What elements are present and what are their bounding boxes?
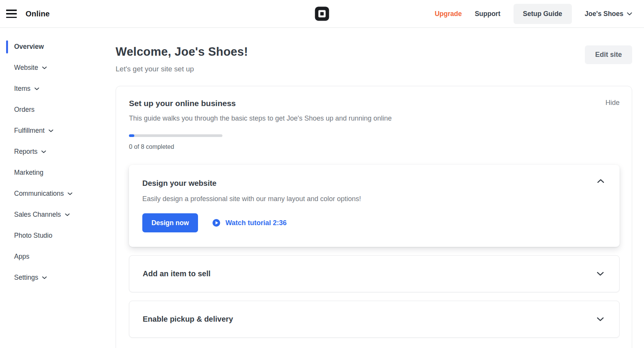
watch-tutorial-link[interactable]: Watch tutorial 2:36: [212, 219, 287, 227]
step-title: Design your website: [142, 179, 217, 188]
setup-card-title: Set up your online business: [129, 99, 236, 108]
sidebar-item-marketing[interactable]: Marketing: [0, 162, 107, 183]
setup-guide-card: Set up your online business Hide This gu…: [116, 86, 632, 348]
app-title: Online: [26, 10, 50, 18]
sidebar-item-label: Communications: [14, 190, 64, 198]
square-logo-core: [320, 12, 324, 16]
chevron-down-icon: [42, 276, 47, 279]
sidebar-item-label: Apps: [14, 253, 29, 261]
collapse-step-button[interactable]: [597, 179, 604, 183]
sidebar-item-items[interactable]: Items: [0, 78, 107, 99]
sidebar: Overview Website Items Orders Fulfillmen…: [0, 28, 107, 348]
sidebar-item-label: Sales Channels: [14, 211, 61, 219]
page-title: Welcome, Joe's Shoes!: [116, 45, 248, 59]
upgrade-link[interactable]: Upgrade: [435, 10, 462, 18]
chevron-down-icon: [68, 192, 72, 195]
sidebar-item-communications[interactable]: Communications: [0, 183, 107, 204]
chevron-down-icon: [597, 317, 604, 321]
chevron-down-icon: [42, 66, 47, 69]
top-bar: Online Upgrade Support Setup Guide Joe's…: [0, 0, 644, 28]
sidebar-item-settings[interactable]: Settings: [0, 267, 107, 288]
progress-label: 0 of 8 completed: [129, 143, 620, 150]
watch-tutorial-label: Watch tutorial 2:36: [225, 219, 287, 227]
step-title: Add an item to sell: [143, 269, 211, 278]
setup-guide-button[interactable]: Setup Guide: [514, 4, 572, 24]
sidebar-item-label: Orders: [14, 106, 34, 114]
sidebar-item-fulfillment[interactable]: Fulfillment: [0, 120, 107, 141]
hamburger-menu-icon[interactable]: [6, 9, 18, 19]
sidebar-item-orders[interactable]: Orders: [0, 99, 107, 120]
hide-button[interactable]: Hide: [605, 99, 620, 107]
account-menu[interactable]: Joe's Shoes: [585, 10, 632, 18]
chevron-down-icon: [627, 12, 632, 16]
sidebar-item-label: Overview: [14, 43, 44, 51]
sidebar-item-label: Fulfillment: [14, 127, 45, 135]
account-name: Joe's Shoes: [585, 10, 623, 18]
page-subtitle: Let's get your site set up: [116, 65, 248, 73]
edit-site-button[interactable]: Edit site: [585, 45, 632, 64]
sidebar-item-label: Items: [14, 85, 31, 93]
chevron-down-icon: [597, 272, 604, 276]
sidebar-item-label: Photo Studio: [14, 232, 52, 240]
setup-card-description: This guide walks you through the basic s…: [129, 114, 620, 122]
active-indicator: [6, 40, 8, 53]
sidebar-item-overview[interactable]: Overview: [0, 36, 107, 57]
header-nav: Upgrade Support Setup Guide Joe's Shoes: [435, 4, 632, 24]
support-link[interactable]: Support: [475, 10, 500, 18]
sidebar-item-label: Marketing: [14, 169, 43, 177]
chevron-down-icon: [48, 129, 53, 132]
sidebar-item-apps[interactable]: Apps: [0, 246, 107, 267]
sidebar-item-website[interactable]: Website: [0, 57, 107, 78]
main-content: Welcome, Joe's Shoes! Let's get your sit…: [107, 28, 644, 348]
step-design-your-website: Design your website Easily design a prof…: [129, 165, 620, 247]
step-add-an-item-to-sell[interactable]: Add an item to sell: [129, 255, 620, 292]
step-title: Enable pickup & delivery: [143, 315, 233, 324]
chevron-up-icon: [597, 179, 604, 183]
sidebar-item-label: Website: [14, 64, 38, 72]
play-icon: [212, 219, 221, 227]
sidebar-item-photo-studio[interactable]: Photo Studio: [0, 225, 107, 246]
square-logo-inner: [319, 10, 326, 18]
step-description: Easily design a professional site with o…: [142, 195, 604, 203]
chevron-down-icon: [34, 87, 39, 90]
square-logo-icon[interactable]: [315, 7, 329, 21]
sidebar-item-label: Reports: [14, 148, 37, 156]
sidebar-item-label: Settings: [14, 274, 38, 282]
setup-steps-list: Design your website Easily design a prof…: [129, 165, 620, 338]
chevron-down-icon: [41, 150, 46, 153]
design-now-button[interactable]: Design now: [142, 213, 198, 232]
sidebar-item-reports[interactable]: Reports: [0, 141, 107, 162]
chevron-down-icon: [65, 213, 70, 216]
progress-bar-fill: [129, 134, 134, 137]
sidebar-item-sales-channels[interactable]: Sales Channels: [0, 204, 107, 225]
step-enable-pickup-delivery[interactable]: Enable pickup & delivery: [129, 301, 620, 338]
progress-bar: [129, 134, 222, 137]
